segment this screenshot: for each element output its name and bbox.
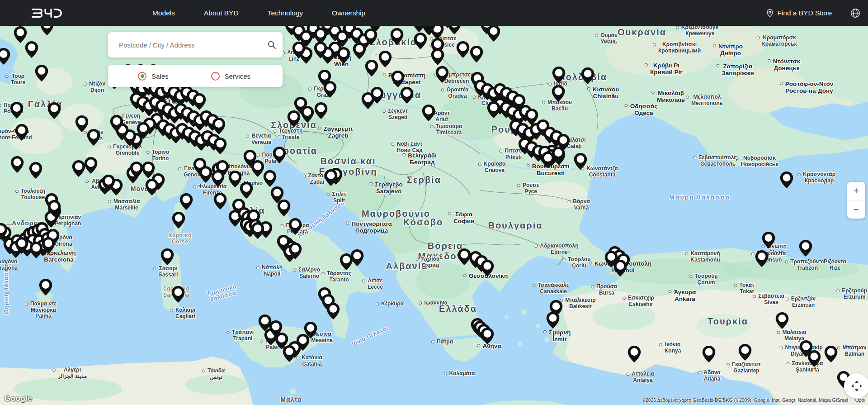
store-pin[interactable] <box>35 65 48 81</box>
store-pin[interactable] <box>240 182 253 199</box>
store-pin[interactable] <box>414 33 427 49</box>
store-pin[interactable] <box>29 162 42 179</box>
store-pin[interactable] <box>353 43 366 59</box>
store-pin[interactable] <box>487 25 500 42</box>
find-store-link[interactable]: Find a BYD Store <box>766 9 832 17</box>
zoom-out-button[interactable]: − <box>847 200 865 219</box>
store-pin[interactable] <box>574 153 587 170</box>
store-pin[interactable] <box>431 48 444 65</box>
store-pin[interactable] <box>172 286 185 303</box>
store-pin[interactable] <box>327 303 340 319</box>
store-pin[interactable] <box>776 312 789 329</box>
store-pin[interactable] <box>142 162 155 178</box>
search-button[interactable] <box>261 40 283 49</box>
store-pin[interactable] <box>214 193 227 210</box>
store-pin[interactable] <box>799 240 812 257</box>
store-pin[interactable] <box>85 157 98 174</box>
store-pin[interactable] <box>301 106 314 123</box>
store-pin[interactable] <box>458 248 471 265</box>
store-search-card <box>108 32 283 57</box>
store-pin[interactable] <box>391 28 404 45</box>
filter-option-sales[interactable]: Sales <box>138 72 169 81</box>
store-pin[interactable] <box>808 350 821 367</box>
store-pin[interactable] <box>739 344 752 361</box>
store-pin[interactable] <box>401 87 414 104</box>
store-pin[interactable] <box>161 248 174 265</box>
store-pin[interactable] <box>11 156 24 173</box>
store-pin[interactable] <box>628 346 641 362</box>
nav-item-ownership[interactable]: Ownership <box>332 9 365 17</box>
store-pin[interactable] <box>289 218 302 235</box>
filter-sales-label: Sales <box>151 72 169 80</box>
store-pin[interactable] <box>481 328 494 344</box>
store-pin[interactable] <box>481 260 494 276</box>
store-pin[interactable] <box>278 200 291 216</box>
store-pin[interactable] <box>365 60 378 76</box>
store-pin[interactable] <box>315 102 328 119</box>
store-pin[interactable] <box>87 129 100 146</box>
store-pin[interactable] <box>379 51 392 67</box>
store-pin[interactable] <box>10 102 24 119</box>
store-pin[interactable] <box>25 41 38 58</box>
store-pin[interactable] <box>251 222 264 239</box>
store-pin[interactable] <box>72 160 85 177</box>
store-pin[interactable] <box>436 66 449 83</box>
search-input[interactable] <box>118 41 261 49</box>
store-pin[interactable] <box>214 138 227 154</box>
byd-store-locator-page: ΓαλλίαΕλβετίαΣλοβενίαΣλοβακίαΟυγγαρίαΚρο… <box>0 0 868 405</box>
store-pin[interactable] <box>457 41 470 58</box>
store-pin[interactable] <box>48 102 61 119</box>
store-pin[interactable] <box>552 67 566 83</box>
store-pin[interactable] <box>755 250 769 267</box>
store-pin[interactable] <box>703 346 716 362</box>
filter-option-services[interactable]: Services <box>211 72 251 81</box>
store-pin[interactable] <box>146 179 159 195</box>
store-pin[interactable] <box>337 47 350 64</box>
store-pin[interactable] <box>362 92 375 109</box>
store-pin[interactable] <box>487 101 500 118</box>
pan-control-button[interactable] <box>844 373 868 399</box>
store-pin[interactable] <box>351 249 364 266</box>
store-pin[interactable] <box>251 160 264 177</box>
store-pin[interactable] <box>288 110 301 127</box>
zoom-in-button[interactable]: + <box>847 182 865 200</box>
store-pin[interactable] <box>212 118 226 134</box>
store-pin[interactable] <box>30 242 43 258</box>
store-pin[interactable] <box>39 279 52 295</box>
nav-item-models[interactable]: Models <box>152 9 175 17</box>
store-pin[interactable] <box>264 170 277 187</box>
pan-arrows-icon <box>850 379 863 393</box>
store-pin[interactable] <box>229 171 242 187</box>
store-pin[interactable] <box>0 48 10 65</box>
store-pin[interactable] <box>581 67 594 84</box>
globe-icon[interactable] <box>850 8 861 19</box>
nav-item-technology[interactable]: Technology <box>268 9 303 17</box>
google-logo[interactable]: Google <box>5 394 33 403</box>
radio-sales-icon <box>138 72 146 81</box>
store-pin[interactable] <box>212 170 225 187</box>
find-store-label: Find a BYD Store <box>777 9 832 17</box>
store-pin[interactable] <box>547 312 560 329</box>
store-pin[interactable] <box>193 93 206 110</box>
store-pin[interactable] <box>75 115 89 132</box>
store-pin[interactable] <box>172 212 185 229</box>
store-pin[interactable] <box>180 193 193 210</box>
store-pin[interactable] <box>14 26 27 43</box>
store-pin[interactable] <box>470 46 483 62</box>
store-pin[interactable] <box>825 346 838 362</box>
store-pin[interactable] <box>392 71 405 87</box>
store-pin[interactable] <box>283 345 296 362</box>
store-pin[interactable] <box>542 152 555 168</box>
nav-item-about-byd[interactable]: About BYD <box>204 9 239 17</box>
store-pin[interactable] <box>199 166 212 183</box>
location-pin-icon <box>766 9 774 17</box>
store-pin[interactable] <box>422 105 435 121</box>
byd-logo[interactable] <box>26 7 68 19</box>
store-pin[interactable] <box>614 260 627 276</box>
store-pin[interactable] <box>780 172 793 188</box>
store-pin[interactable] <box>552 85 565 102</box>
store-pin[interactable] <box>525 109 538 125</box>
store-pin[interactable] <box>273 147 286 163</box>
store-pin[interactable] <box>15 124 28 141</box>
store-pin[interactable] <box>762 232 775 248</box>
